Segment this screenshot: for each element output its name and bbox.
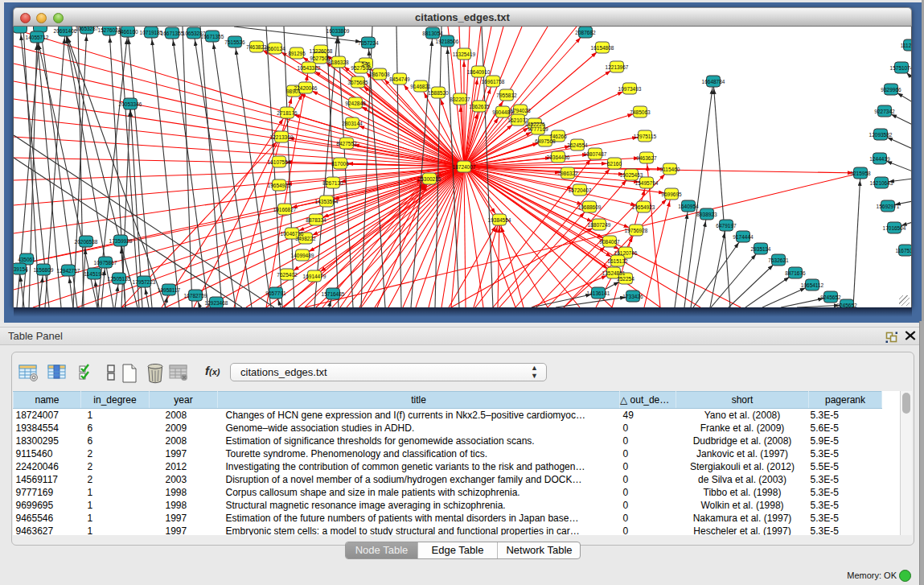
svg-text:10025453: 10025453 — [620, 172, 643, 178]
svg-text:12505135: 12505135 — [108, 276, 131, 282]
svg-text:19654925: 19654925 — [268, 183, 291, 188]
svg-text:20691406: 20691406 — [54, 28, 77, 34]
svg-text:435061: 435061 — [18, 257, 35, 262]
svg-text:20053346: 20053346 — [119, 101, 142, 107]
svg-text:817006: 817006 — [331, 161, 349, 167]
svg-text:1362615: 1362615 — [469, 104, 490, 109]
svg-text:17359928: 17359928 — [109, 238, 133, 244]
svg-text:16648784: 16648784 — [702, 79, 725, 84]
svg-text:10688609: 10688609 — [578, 204, 602, 210]
svg-text:7357224: 7357224 — [358, 40, 379, 46]
svg-text:252254: 252254 — [617, 276, 634, 282]
svg-text:10973493: 10973493 — [618, 86, 642, 92]
svg-text:13524851: 13524851 — [602, 270, 626, 276]
svg-text:6497568: 6497568 — [535, 138, 556, 144]
svg-text:10807487: 10807487 — [584, 151, 607, 157]
svg-text:9084067: 9084067 — [599, 239, 620, 245]
svg-text:6794028: 6794028 — [510, 108, 531, 113]
svg-text:9777169: 9777169 — [528, 126, 548, 132]
svg-text:12923468: 12923468 — [205, 300, 228, 306]
svg-text:16914479: 16914479 — [303, 274, 326, 279]
svg-text:12975115: 12975115 — [634, 134, 657, 139]
svg-text:9174444: 9174444 — [733, 234, 754, 240]
svg-text:2935114: 2935114 — [751, 246, 771, 252]
svg-text:17016504: 17016504 — [883, 225, 906, 231]
svg-text:8471676: 8471676 — [785, 270, 806, 276]
svg-text:2718176: 2718176 — [277, 110, 298, 116]
svg-text:2867608: 2867608 — [369, 72, 390, 77]
svg-text:7625402: 7625402 — [277, 272, 298, 278]
svg-text:22420046: 22420046 — [294, 85, 318, 91]
svg-text:16033809: 16033809 — [326, 28, 350, 34]
svg-text:12213967: 12213967 — [606, 64, 629, 70]
svg-text:13226058: 13226058 — [310, 48, 333, 54]
svg-text:2803144: 2803144 — [342, 121, 363, 126]
svg-text:19384554: 19384554 — [488, 217, 511, 223]
svg-text:9227342: 9227342 — [874, 109, 895, 114]
svg-text:2087682: 2087682 — [575, 30, 596, 35]
svg-text:6479197: 6479197 — [716, 223, 737, 229]
svg-text:16210643: 16210643 — [870, 180, 893, 186]
svg-text:8813054: 8813054 — [422, 31, 443, 36]
svg-text:6466160: 6466160 — [117, 29, 138, 35]
svg-text:15716485: 15716485 — [322, 291, 345, 297]
svg-text:7485063: 7485063 — [630, 109, 651, 115]
svg-text:1640954: 1640954 — [678, 204, 699, 209]
svg-text:8267130: 8267130 — [322, 180, 343, 186]
svg-text:9329966: 9329966 — [881, 87, 901, 93]
svg-text:14055712: 14055712 — [26, 35, 49, 40]
svg-text:891295: 891295 — [288, 51, 306, 56]
svg-text:15751074: 15751074 — [890, 65, 912, 71]
svg-text:25300215: 25300215 — [418, 176, 441, 182]
svg-text:1167533: 1167533 — [896, 248, 912, 253]
svg-text:16782759: 16782759 — [184, 293, 207, 299]
svg-text:8878334: 8878334 — [306, 217, 326, 223]
svg-text:16154808: 16154808 — [591, 45, 614, 51]
svg-text:16120746: 16120746 — [614, 250, 638, 256]
svg-text:18807249: 18807249 — [588, 222, 611, 228]
svg-text:16671355: 16671355 — [161, 31, 184, 36]
svg-text:1244419: 1244419 — [869, 156, 890, 162]
svg-text:7632621: 7632621 — [768, 257, 789, 263]
svg-text:14136141: 14136141 — [587, 290, 610, 296]
svg-text:3675685: 3675685 — [347, 80, 368, 85]
svg-text:11325419: 11325419 — [453, 51, 476, 57]
svg-text:7515526: 7515526 — [224, 39, 245, 45]
svg-text:8427552: 8427552 — [336, 141, 357, 146]
svg-text:10653287: 10653287 — [76, 27, 99, 31]
svg-text:18724007: 18724007 — [453, 164, 476, 170]
svg-text:3215958: 3215958 — [850, 171, 871, 176]
svg-text:19654923: 19654923 — [632, 204, 655, 210]
svg-text:939154: 939154 — [14, 266, 28, 272]
svg-text:17957223: 17957223 — [133, 279, 156, 285]
svg-text:16671355: 16671355 — [201, 34, 224, 39]
svg-text:9527505: 9527505 — [351, 65, 372, 71]
svg-text:10654112: 10654112 — [801, 282, 824, 288]
svg-text:14099489: 14099489 — [291, 253, 314, 258]
svg-text:10543382: 10543382 — [298, 65, 321, 71]
svg-text:3498222: 3498222 — [295, 236, 316, 241]
svg-text:8660124: 8660124 — [265, 46, 285, 51]
svg-text:14353594: 14353594 — [315, 199, 339, 204]
svg-text:8186328: 8186328 — [328, 60, 349, 65]
svg-text:1733426: 1733426 — [622, 294, 643, 299]
svg-text:1588520: 1588520 — [428, 90, 449, 96]
svg-text:1615132: 1615132 — [607, 258, 628, 264]
svg-text:19756928: 19756928 — [625, 228, 648, 233]
svg-text:8938923: 8938923 — [696, 212, 717, 217]
svg-text:8322037: 8322037 — [450, 97, 470, 102]
svg-text:1112733: 1112733 — [901, 43, 912, 48]
svg-text:9657791: 9657791 — [265, 290, 286, 296]
svg-text:1156809: 1156809 — [34, 267, 54, 273]
svg-text:7986322: 7986322 — [557, 171, 578, 176]
svg-text:16107554: 16107554 — [268, 159, 291, 165]
svg-text:12093582: 12093582 — [869, 132, 893, 138]
svg-text:9146821: 9146821 — [410, 84, 431, 89]
svg-text:9463627: 9463627 — [636, 155, 657, 161]
svg-text:10975867: 10975867 — [94, 260, 117, 266]
svg-text:19166827: 19166827 — [273, 207, 297, 212]
svg-text:19218506: 19218506 — [436, 39, 459, 44]
svg-text:7463822: 7463822 — [246, 44, 267, 50]
svg-text:62160: 62160 — [607, 161, 622, 167]
svg-text:9699695: 9699695 — [661, 192, 682, 197]
